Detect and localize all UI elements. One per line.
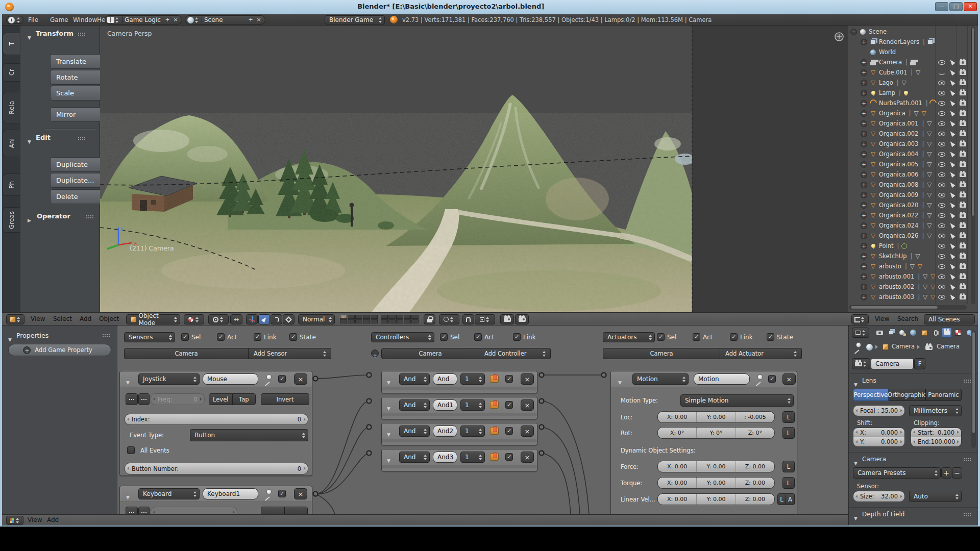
drag-dots-icon[interactable] (963, 379, 971, 383)
controller-type-dropdown[interactable]: And (399, 425, 430, 437)
collapse-icon[interactable] (387, 429, 390, 438)
pin-icon[interactable] (853, 342, 862, 352)
visibility-eye-icon[interactable] (938, 70, 945, 75)
outliner-item[interactable]: + Organica.020 | (848, 200, 967, 210)
render-opengl-anim-button[interactable] (515, 314, 529, 324)
render-opengl-button[interactable] (500, 314, 514, 324)
visibility-eye-icon[interactable] (938, 152, 945, 157)
invert-button[interactable]: Invert (261, 393, 309, 405)
controller-state-dropdown[interactable]: 1 (460, 452, 485, 463)
outliner-item[interactable]: + NurbsPath.001 | (848, 98, 967, 108)
visibility-eye-icon[interactable] (938, 101, 945, 106)
outliner-item[interactable]: + RenderLayers | (848, 37, 967, 47)
expand-toggle-icon[interactable]: + (861, 131, 867, 137)
sensors-state-checkbox[interactable] (289, 333, 297, 341)
actuators-object-name[interactable]: Camera (603, 348, 720, 359)
rot-xyz-fields[interactable]: X: 0°Y: 0°Z: 0° (657, 427, 775, 439)
selectability-cursor-icon[interactable] (948, 283, 955, 290)
layers-grid-2[interactable] (381, 315, 419, 323)
sensors-link-checkbox[interactable] (254, 333, 261, 341)
actuator-enable-checkbox[interactable] (768, 375, 776, 383)
vp-menu-view[interactable]: View (31, 315, 45, 322)
controller-state-dropdown[interactable]: 1 (460, 373, 485, 385)
mark-controller-icon[interactable] (490, 453, 499, 461)
collapse-icon[interactable] (28, 136, 31, 145)
selectability-cursor-icon[interactable] (948, 222, 955, 229)
controller-enable-checkbox[interactable] (505, 453, 513, 461)
tab-scene[interactable] (897, 328, 907, 338)
torque-local-toggle[interactable]: L (782, 477, 795, 489)
controllers-sel-checkbox[interactable] (440, 333, 448, 341)
visibility-eye-icon[interactable] (938, 121, 945, 126)
visibility-eye-icon[interactable] (938, 244, 945, 248)
pivot-dropdown[interactable] (208, 314, 229, 324)
id-name-field[interactable]: Camera (871, 358, 914, 369)
sensor-name-field[interactable]: Keyboard1 (203, 488, 258, 499)
freq-slider[interactable]: Freq:0 (151, 393, 205, 405)
expand-toggle-icon[interactable]: + (861, 69, 867, 76)
outliner-item-name[interactable]: arbusto.001 (879, 273, 914, 280)
proportional-edit-dropdown[interactable] (439, 314, 459, 324)
loc-xyz-fields[interactable]: X: 0.00Y: 0.00: -0.005 (657, 411, 775, 423)
visibility-eye-icon[interactable] (938, 111, 945, 116)
renderability-camera-icon[interactable] (960, 254, 966, 259)
actuators-act-checkbox[interactable] (693, 333, 700, 341)
camera-presets-dropdown[interactable]: Camera Presets (853, 467, 941, 479)
snap-toggle[interactable] (462, 314, 474, 324)
outliner-item-name[interactable]: Organica.024 (879, 222, 918, 229)
logic-panel-title[interactable]: Properties (16, 332, 48, 339)
outliner-item-name[interactable]: Organica.002 (879, 130, 918, 137)
selectability-cursor-icon[interactable] (948, 79, 955, 86)
expand-toggle-icon[interactable]: + (861, 141, 867, 147)
selectability-cursor-icon[interactable] (948, 232, 955, 239)
outliner-item-name[interactable]: Organica.003 (879, 140, 918, 147)
visibility-eye-icon[interactable] (938, 132, 945, 136)
renderability-camera-icon[interactable] (960, 60, 966, 65)
shelf-tab-grease[interactable]: Greas (3, 207, 20, 233)
actuators-state-checkbox[interactable] (767, 333, 774, 341)
expand-icon[interactable] (28, 214, 31, 224)
actuator-node-motion[interactable]: Motion Motion Motion Type: Simple Motion… (610, 371, 797, 514)
visibility-eye-icon[interactable] (938, 142, 945, 146)
selectability-cursor-icon[interactable] (948, 253, 955, 260)
controllers-act-checkbox[interactable] (474, 333, 482, 341)
level-button[interactable]: Level (209, 394, 233, 405)
outliner-item[interactable]: + Organica.005 | (848, 159, 967, 169)
manipulate-center-toggle[interactable]: ↔ (230, 314, 242, 324)
renderability-camera-icon[interactable] (960, 70, 966, 75)
sensor-type-dropdown[interactable]: Keyboard (138, 488, 200, 499)
collapse-icon[interactable] (126, 377, 130, 386)
actuators-filter-dropdown[interactable]: Actuators (603, 332, 655, 342)
outliner-item[interactable]: + arbusto.003 | (848, 292, 967, 302)
renderability-camera-icon[interactable] (960, 274, 966, 279)
add-game-property-button[interactable]: Add Game Property (8, 344, 111, 356)
selectability-cursor-icon[interactable] (948, 242, 955, 249)
panoramic-button[interactable]: Panoramic (925, 389, 962, 401)
drag-dots-icon[interactable] (78, 136, 86, 140)
collapse-icon[interactable] (854, 379, 857, 388)
snap-element-dropdown[interactable] (475, 314, 495, 324)
vp-menu-object[interactable]: Object (99, 315, 119, 322)
sensors-act-checkbox[interactable] (217, 333, 225, 341)
controller-type-dropdown[interactable]: And (399, 399, 430, 411)
sensors-filter-dropdown[interactable]: Sensors (124, 332, 175, 342)
outliner-item[interactable]: + Camera | (848, 57, 967, 67)
motion-type-dropdown[interactable]: Simple Motion (680, 394, 794, 407)
selectability-cursor-icon[interactable] (948, 130, 955, 137)
renderability-camera-icon[interactable] (960, 111, 966, 116)
expand-toggle-icon[interactable]: + (861, 100, 867, 107)
selectability-cursor-icon[interactable] (948, 151, 955, 158)
drag-dots-icon[interactable] (86, 215, 94, 219)
shelf-tab-relations[interactable]: Rela (3, 92, 20, 123)
add-actuator-button[interactable]: Add Actuator (720, 348, 802, 359)
visibility-eye-icon[interactable] (938, 162, 945, 167)
outliner-item-name[interactable]: Point (879, 242, 894, 249)
expand-object-icon[interactable] (371, 349, 379, 357)
delete-actuator-button[interactable] (782, 373, 796, 385)
outliner-item-name[interactable]: Organica.001 (879, 120, 918, 127)
tab-object[interactable] (919, 328, 929, 338)
force-xyz-fields[interactable]: X: 0.00Y: 0.00Z: 0.00 (657, 461, 775, 472)
collapse-icon[interactable] (8, 334, 12, 343)
outliner-item-name[interactable]: NurbsPath.001 (879, 99, 922, 107)
expand-toggle-icon[interactable]: + (861, 161, 867, 168)
